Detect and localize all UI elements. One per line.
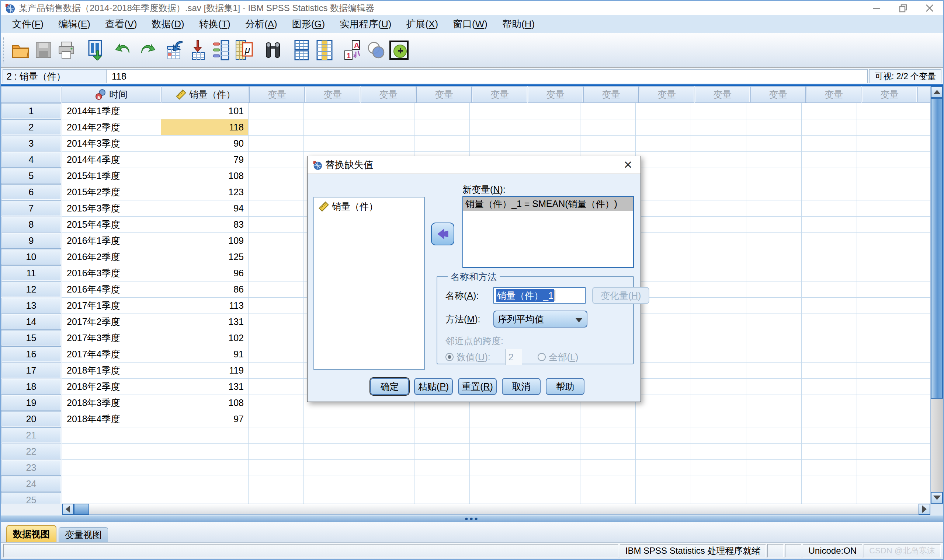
all-radio[interactable] bbox=[538, 353, 546, 361]
cell-empty[interactable] bbox=[802, 314, 857, 330]
cell-empty[interactable] bbox=[248, 363, 304, 379]
cell-empty[interactable] bbox=[857, 249, 912, 265]
cell-empty[interactable] bbox=[912, 184, 930, 200]
cell-empty[interactable] bbox=[304, 135, 359, 152]
cell-empty[interactable] bbox=[525, 428, 580, 443]
cell-empty[interactable] bbox=[304, 492, 359, 504]
cell-empty[interactable] bbox=[857, 346, 912, 363]
cell-empty[interactable] bbox=[691, 103, 747, 119]
cell-empty[interactable] bbox=[248, 346, 304, 363]
row-header[interactable]: 11 bbox=[1, 265, 61, 281]
cell-sales[interactable]: 113 bbox=[161, 298, 248, 314]
row-header[interactable]: 20 bbox=[1, 411, 61, 427]
cell-empty[interactable] bbox=[857, 395, 912, 411]
cell-empty[interactable] bbox=[857, 119, 912, 135]
cell-empty[interactable] bbox=[248, 135, 304, 152]
cell-sales[interactable]: 97 bbox=[161, 411, 248, 428]
cell-empty[interactable] bbox=[525, 476, 580, 492]
cell-empty[interactable] bbox=[912, 443, 930, 460]
menu-item[interactable]: 帮助(H) bbox=[495, 18, 542, 31]
cell-empty[interactable] bbox=[470, 492, 525, 504]
cell-empty[interactable] bbox=[304, 411, 359, 428]
cell-empty[interactable] bbox=[747, 265, 802, 282]
cell-empty[interactable] bbox=[857, 443, 912, 460]
cell-empty[interactable] bbox=[912, 265, 930, 282]
menu-item[interactable]: 图形(G) bbox=[285, 18, 333, 31]
cell-empty[interactable] bbox=[304, 476, 359, 492]
cell-empty[interactable] bbox=[636, 492, 691, 504]
cell-empty[interactable] bbox=[415, 103, 470, 119]
row-header[interactable]: 22 bbox=[1, 443, 61, 459]
cell-empty[interactable] bbox=[747, 443, 802, 460]
cell-empty[interactable] bbox=[912, 428, 930, 443]
dialog-close-button[interactable]: ✕ bbox=[620, 158, 636, 171]
cell-empty[interactable] bbox=[912, 282, 930, 298]
restore-button[interactable] bbox=[890, 1, 916, 15]
cell-empty[interactable] bbox=[304, 460, 359, 476]
vertical-scrollbar[interactable] bbox=[930, 86, 943, 504]
cell-empty[interactable] bbox=[691, 298, 747, 314]
cell-empty[interactable] bbox=[857, 428, 912, 443]
cell-empty[interactable] bbox=[691, 200, 747, 217]
dialog-title-bar[interactable]: 替换缺失值 ✕ bbox=[307, 156, 640, 174]
cell-empty[interactable] bbox=[415, 492, 470, 504]
insert-variable-button[interactable] bbox=[313, 37, 336, 63]
value-labels-button[interactable]: A1 bbox=[342, 37, 365, 63]
cell-empty[interactable] bbox=[802, 135, 857, 152]
open-file-button[interactable] bbox=[9, 37, 32, 63]
cell-empty[interactable] bbox=[691, 492, 747, 504]
cell-sales[interactable]: 96 bbox=[161, 265, 248, 282]
column-header-placeholder[interactable]: 变量 bbox=[472, 86, 527, 103]
cell-empty[interactable] bbox=[415, 476, 470, 492]
cell-empty[interactable] bbox=[636, 184, 691, 200]
cell-sales[interactable]: 94 bbox=[161, 200, 248, 217]
cell-empty[interactable] bbox=[691, 476, 747, 492]
cell-empty[interactable] bbox=[691, 363, 747, 379]
cell-empty[interactable] bbox=[747, 298, 802, 314]
cell-empty[interactable] bbox=[857, 363, 912, 379]
cell-empty[interactable] bbox=[912, 168, 930, 184]
cell-sales[interactable]: 79 bbox=[161, 152, 248, 168]
cell-empty[interactable] bbox=[912, 103, 930, 119]
ok-button[interactable]: 确定 bbox=[370, 378, 409, 395]
cell-empty[interactable] bbox=[912, 363, 930, 379]
cell-empty[interactable] bbox=[747, 217, 802, 233]
cell-time[interactable] bbox=[62, 443, 161, 460]
cell-empty[interactable] bbox=[802, 443, 857, 460]
cell-empty[interactable] bbox=[857, 314, 912, 330]
cell-empty[interactable] bbox=[248, 119, 304, 135]
descriptives-button[interactable]: μ bbox=[233, 37, 256, 63]
reset-button[interactable]: 重置(R) bbox=[458, 378, 497, 395]
cell-time[interactable]: 2017年2季度 bbox=[62, 314, 161, 330]
cell-empty[interactable] bbox=[691, 184, 747, 200]
cell-empty[interactable] bbox=[912, 200, 930, 217]
cell-empty[interactable] bbox=[802, 411, 857, 428]
cell-sales[interactable] bbox=[161, 443, 248, 460]
cell-empty[interactable] bbox=[248, 184, 304, 200]
cell-empty[interactable] bbox=[802, 298, 857, 314]
cell-sales[interactable] bbox=[161, 492, 248, 504]
cell-empty[interactable] bbox=[802, 233, 857, 249]
cell-empty[interactable] bbox=[691, 233, 747, 249]
cell-empty[interactable] bbox=[470, 443, 525, 460]
paste-button[interactable]: 粘贴(P) bbox=[414, 378, 453, 395]
row-header[interactable]: 25 bbox=[1, 492, 61, 504]
column-header-placeholder[interactable]: 变量 bbox=[249, 86, 305, 103]
cell-empty[interactable] bbox=[359, 428, 415, 443]
cell-time[interactable]: 2015年2季度 bbox=[62, 184, 161, 200]
number-radio[interactable] bbox=[446, 353, 453, 361]
cell-empty[interactable] bbox=[857, 103, 912, 119]
use-sets-button[interactable] bbox=[365, 37, 387, 63]
cell-empty[interactable] bbox=[747, 135, 802, 152]
column-header-placeholder[interactable]: 变量 bbox=[862, 86, 917, 103]
variables-button[interactable] bbox=[210, 37, 233, 63]
cell-empty[interactable] bbox=[636, 119, 691, 135]
new-variable-list[interactable]: 销量（件）_1 = SMEAN(销量（件）) bbox=[463, 196, 634, 268]
cell-empty[interactable] bbox=[415, 135, 470, 152]
column-header-placeholder[interactable]: 变量 bbox=[695, 86, 750, 103]
cell-sales[interactable]: 131 bbox=[161, 379, 248, 395]
row-header[interactable]: 12 bbox=[1, 282, 61, 297]
column-header-placeholder[interactable]: 变量 bbox=[305, 86, 360, 103]
find-button[interactable] bbox=[261, 37, 284, 63]
column-header-sales[interactable]: 销量（件） bbox=[162, 86, 249, 103]
